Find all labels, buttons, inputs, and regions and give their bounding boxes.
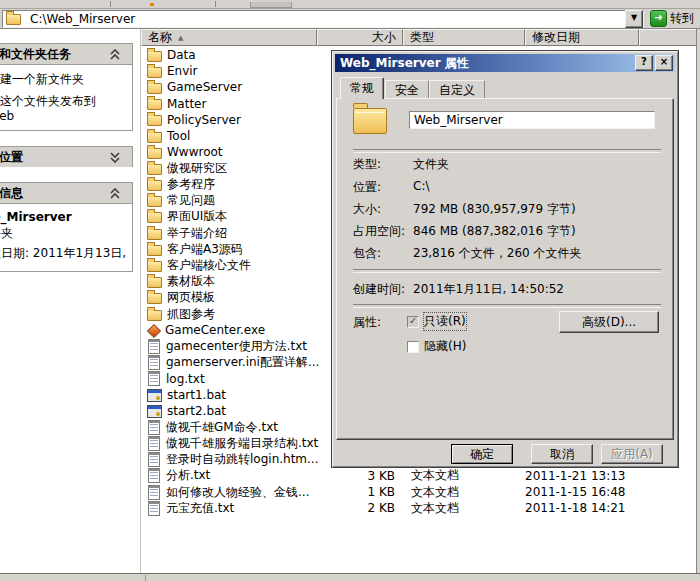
go-button[interactable]: ➜ 转到 bbox=[650, 10, 694, 28]
readonly-checkbox-row[interactable]: 只读(R) bbox=[407, 313, 466, 330]
address-input[interactable]: C:\Web_Mirserver ▼ bbox=[2, 10, 644, 28]
cancel-button[interactable]: 取消 bbox=[531, 444, 593, 464]
tasks-section-title: 文件和文件夹任务 bbox=[0, 46, 71, 63]
size-value: 792 MB (830,957,979 字节) bbox=[413, 201, 576, 218]
folder-icon bbox=[147, 293, 162, 304]
chevron-up-icon[interactable] bbox=[108, 49, 122, 60]
text-file-icon bbox=[148, 371, 160, 386]
folder-icon bbox=[147, 245, 162, 256]
folder-icon bbox=[147, 51, 162, 62]
folder-icon bbox=[147, 148, 162, 159]
folder-icon bbox=[147, 196, 162, 207]
file-name: 常见问题 bbox=[167, 192, 215, 209]
address-dropdown-button[interactable]: ▼ bbox=[625, 10, 643, 28]
dialog-general-panel: Web_Mirserver 类型: 文件夹 位置: C:\ 大小: 792 MB… bbox=[336, 98, 674, 440]
text-file-icon bbox=[148, 452, 160, 467]
file-size: 1 KB bbox=[317, 485, 403, 499]
chevron-up-icon[interactable] bbox=[108, 188, 122, 199]
exe-icon bbox=[147, 324, 160, 337]
file-name: Wwwroot bbox=[167, 145, 223, 159]
file-name: 客户端核心文件 bbox=[167, 257, 251, 274]
location-value: C:\ bbox=[413, 179, 429, 193]
go-label: 转到 bbox=[670, 10, 694, 27]
tab-security[interactable]: 安全 bbox=[385, 80, 429, 99]
tasks-section: 文件和文件夹任务 创建一个新文件夹 将这个文件夹发布到 Web bbox=[0, 43, 133, 131]
details-section-title: 详细信息 bbox=[0, 185, 23, 202]
dialog-title-bar: Web_Mirserver 属性 ? × bbox=[335, 54, 675, 72]
folder-icon bbox=[147, 67, 162, 78]
text-file-icon bbox=[148, 468, 160, 483]
tab-customize[interactable]: 自定义 bbox=[429, 80, 485, 99]
toolbar-remnant bbox=[0, 0, 700, 9]
hidden-checkbox-row[interactable]: 隐藏(H) bbox=[407, 338, 466, 355]
folder-name-input[interactable]: Web_Mirserver bbox=[409, 111, 655, 129]
file-name: 网页模板 bbox=[167, 289, 215, 306]
file-modified: 2011-1-18 14:21 bbox=[525, 501, 639, 515]
separator bbox=[353, 149, 661, 153]
folder-icon bbox=[147, 115, 162, 126]
folder-icon bbox=[353, 108, 387, 134]
readonly-label: 只读(R) bbox=[424, 313, 466, 330]
places-section-header[interactable]: 其它位置 bbox=[0, 147, 132, 167]
text-file-icon bbox=[148, 436, 160, 451]
file-modified: 2011-1-21 13:13 bbox=[525, 469, 639, 483]
file-name: GameCenter.exe bbox=[165, 323, 265, 337]
file-row[interactable]: 分析.txt3 KB文本文档2011-1-21 13:13 bbox=[141, 468, 697, 484]
file-row[interactable]: 元宝充值.txt2 KB文本文档2011-1-18 14:21 bbox=[141, 500, 697, 516]
file-name: PolicyServer bbox=[167, 113, 241, 127]
file-name: start2.bat bbox=[167, 404, 226, 418]
folder-icon bbox=[147, 310, 162, 321]
toolbar-divider bbox=[110, 1, 111, 7]
folder-icon bbox=[147, 277, 162, 288]
column-header-name[interactable]: 名称 ▲ bbox=[141, 29, 317, 46]
file-name: 傲视研究区 bbox=[167, 160, 227, 177]
dialog-title: Web_Mirserver 属性 bbox=[340, 55, 469, 72]
toolbar-icon-remnant bbox=[150, 3, 154, 6]
file-size: 2 KB bbox=[317, 501, 403, 515]
tab-general[interactable]: 常规 bbox=[340, 77, 384, 99]
file-name: 分析.txt bbox=[166, 467, 210, 484]
task-publish-folder[interactable]: 将这个文件夹发布到 Web bbox=[0, 94, 113, 124]
folder-icon bbox=[6, 14, 21, 25]
apply-button: 应用(A) bbox=[601, 444, 663, 464]
close-icon[interactable]: × bbox=[655, 55, 673, 71]
properties-dialog: Web_Mirserver 属性 ? × 常规 安全 自定义 Web_Mirse… bbox=[331, 50, 679, 468]
file-name: 傲视千雄服务端目录结构.txt bbox=[166, 435, 318, 452]
task-new-folder[interactable]: 创建一个新文件夹 bbox=[0, 72, 113, 87]
readonly-checkbox[interactable] bbox=[407, 316, 419, 328]
text-file-icon bbox=[148, 501, 160, 516]
tasks-section-header[interactable]: 文件和文件夹任务 bbox=[0, 44, 132, 65]
text-file-icon bbox=[148, 485, 160, 500]
size-on-disk-value: 846 MB (887,382,016 字节) bbox=[413, 223, 576, 240]
address-path[interactable]: C:\Web_Mirserver bbox=[30, 12, 135, 26]
created-label: 创建时间: bbox=[353, 281, 405, 298]
column-header-size[interactable]: 大小 bbox=[317, 29, 403, 46]
file-name: 登录时自动跳转login.htm... bbox=[166, 451, 319, 468]
file-name: 举子端介绍 bbox=[167, 225, 227, 242]
folder-icon bbox=[147, 212, 162, 223]
column-size-label: 大小 bbox=[372, 29, 396, 46]
file-name: gamerserver.ini配置详解... bbox=[166, 354, 319, 371]
file-name: Envir bbox=[167, 64, 198, 78]
location-label: 位置: bbox=[353, 179, 381, 196]
file-name: 元宝充值.txt bbox=[166, 500, 234, 517]
column-header-modified[interactable]: 修改日期 bbox=[525, 29, 639, 46]
places-section-title: 其它位置 bbox=[0, 149, 23, 166]
file-name: GameServer bbox=[167, 80, 242, 94]
file-name: log.txt bbox=[166, 372, 205, 386]
chevron-down-icon[interactable] bbox=[108, 152, 122, 163]
hidden-checkbox[interactable] bbox=[407, 341, 419, 353]
file-type: 文本文档 bbox=[403, 500, 525, 517]
advanced-button[interactable]: 高级(D)... bbox=[559, 311, 659, 333]
file-row[interactable]: 如何修改人物经验、金钱...1 KB文本文档2011-1-15 16:48 bbox=[141, 484, 697, 500]
help-button[interactable]: ? bbox=[635, 55, 653, 71]
column-header-type[interactable]: 类型 bbox=[403, 29, 525, 46]
file-name: 客户端A3源码 bbox=[167, 241, 243, 258]
hidden-label: 隐藏(H) bbox=[424, 338, 466, 355]
column-header-filler bbox=[639, 29, 697, 46]
file-name: Tool bbox=[167, 129, 190, 143]
folder-icon bbox=[147, 132, 162, 143]
file-modified: 2011-1-15 16:48 bbox=[525, 485, 639, 499]
ok-button[interactable]: 确定 bbox=[451, 444, 513, 464]
details-section-header[interactable]: 详细信息 bbox=[0, 183, 132, 204]
